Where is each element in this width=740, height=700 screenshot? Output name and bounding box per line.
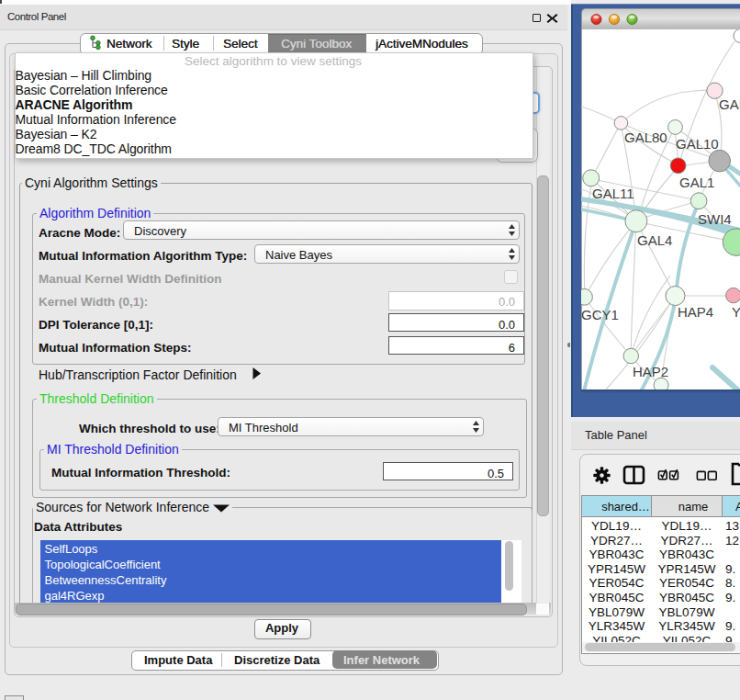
- svg-text:GAL10: GAL10: [676, 136, 719, 152]
- svg-text:GAL80: GAL80: [624, 130, 667, 145]
- svg-text:GAL4: GAL4: [637, 232, 672, 248]
- svg-text:HAP4: HAP4: [678, 304, 713, 320]
- svg-text:HAP2: HAP2: [633, 364, 668, 379]
- svg-text:GAL1: GAL1: [679, 175, 714, 190]
- svg-text:GAL11: GAL11: [592, 186, 634, 201]
- svg-text:GAL7: GAL7: [719, 96, 740, 112]
- svg-text:GCY1: GCY1: [581, 307, 619, 322]
- svg-text:Y: Y: [732, 304, 740, 320]
- svg-text:SWI4: SWI4: [698, 211, 732, 227]
